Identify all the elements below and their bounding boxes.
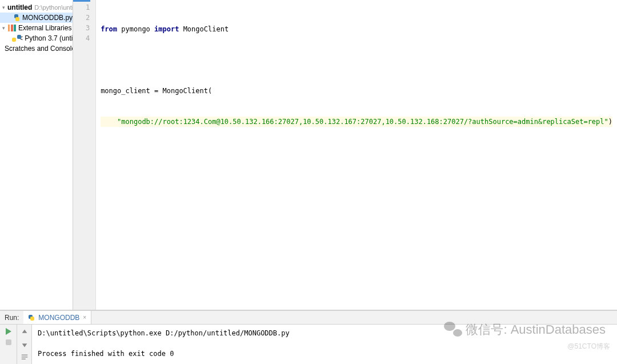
rerun-icon[interactable] <box>6 328 11 335</box>
watermark: 微信号: AustinDatabases <box>444 321 606 338</box>
code-line-2[interactable] <box>101 55 612 65</box>
scratches-label: Scratches and Consoles <box>5 45 73 53</box>
watermark2: @51CTO博客 <box>567 342 610 351</box>
code-line-1[interactable]: from pymongo import MongoClient <box>101 24 612 34</box>
python-node-label: < Python 3.7 (untitled) > <box>19 34 73 42</box>
external-libs-label: External Libraries <box>18 24 71 32</box>
editor-top-accent <box>73 0 90 2</box>
wechat-icon <box>444 322 462 338</box>
run-toolbar-right <box>17 325 32 364</box>
code-line-3[interactable]: mongo_client = MongoClient( <box>101 86 612 96</box>
run-tab-name: MONGODDB <box>38 314 79 322</box>
run-toolbar-left <box>0 325 17 364</box>
line-number: 1 <box>73 3 95 14</box>
svg-rect-1 <box>21 357 27 357</box>
editor[interactable]: 1 2 3 4 from pymongo import MongoClient … <box>73 0 617 310</box>
line-number: 2 <box>73 14 95 24</box>
line-number: 4 <box>73 34 95 45</box>
libraries-icon <box>8 25 16 31</box>
svg-rect-0 <box>21 355 27 355</box>
file-name: MONGODDB.py <box>22 14 73 22</box>
svg-rect-2 <box>21 359 25 359</box>
console-line: Process finished with exit code 0 <box>38 349 611 359</box>
project-path: D:\python\untitled <box>34 4 73 11</box>
project-name: untitled <box>7 3 32 11</box>
console-line <box>38 338 611 349</box>
python-interpreter[interactable]: ▸ < Python 3.7 (untitled) > D:\untitled <box>0 33 73 43</box>
run-label: Run: <box>0 314 23 322</box>
wrap-icon[interactable] <box>21 353 29 361</box>
watermark-text: 微信号: AustinDatabases <box>466 321 606 338</box>
run-tab[interactable]: MONGODDB × <box>23 311 91 324</box>
stop-icon[interactable] <box>6 339 11 345</box>
python-file-icon <box>14 14 20 22</box>
close-icon[interactable]: × <box>83 314 86 321</box>
chevron-down-icon[interactable]: ▾ <box>2 5 5 10</box>
python-file-icon <box>28 314 35 321</box>
up-icon[interactable] <box>21 328 29 336</box>
down-icon[interactable] <box>21 341 29 349</box>
gutter: 1 2 3 4 <box>73 0 96 310</box>
project-file[interactable]: MONGODDB.py <box>0 13 73 23</box>
project-sidebar[interactable]: ▾ untitled D:\python\untitled MONGODDB.p… <box>0 0 73 310</box>
external-libraries[interactable]: ▾ External Libraries <box>0 23 73 33</box>
line-number: 3 <box>73 24 95 34</box>
code-line-4[interactable]: "mongodb://root:1234.Com@10.50.132.166:2… <box>101 117 612 127</box>
code-content[interactable]: from pymongo import MongoClient mongo_cl… <box>96 0 617 310</box>
scratches-consoles[interactable]: Scratches and Consoles <box>0 43 73 54</box>
project-root[interactable]: ▾ untitled D:\python\untitled <box>0 2 73 13</box>
chevron-down-icon[interactable]: ▾ <box>2 25 8 31</box>
